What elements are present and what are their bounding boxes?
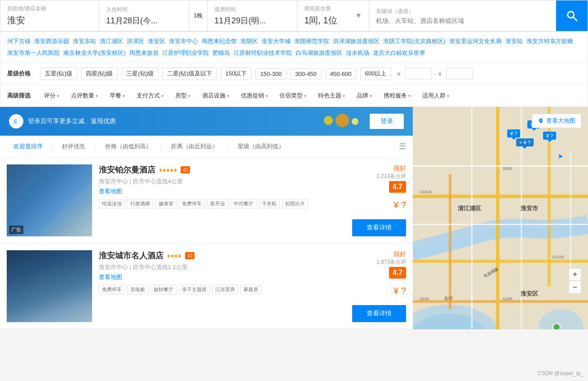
advanced-filter-option[interactable]: 适用人群 ▾ [417,89,455,102]
location-tag[interactable]: 淮安市第一人民医院 [7,49,60,57]
checkin-value: 11月28日(今... [106,15,182,26]
location-tag[interactable]: 江苏护理职业学院 [162,49,209,57]
left-panel: C 登录后可享更多立减、返现优惠 登录 欢迎度排序 | 好评优先 | 价格（由低… [0,107,413,329]
star-price-option[interactable]: 四星(钻)级 [81,67,118,80]
sort-welcome[interactable]: 欢迎度排序 [7,140,49,153]
hotel-map-link[interactable]: 查看地图 [99,187,345,195]
zoom-in-button[interactable]: + [569,268,581,281]
hotel-location: 淮安市中心 | 距市中心直线4公里 [99,177,345,186]
destination-field[interactable]: 目的地/酒店名称 淮安 [0,0,99,31]
price-pin-1[interactable]: ¥ ? [507,129,520,137]
location-tag[interactable]: 淮安方特东方欲晓 [526,37,573,45]
advanced-filter-option[interactable]: 特色主题 ▾ [313,89,350,102]
svg-text:和平: 和平 [444,296,453,301]
amenity-tag: 恒温泳池 [99,199,125,208]
checkout-label: 退房时间 [214,6,290,13]
star-price-option[interactable]: 五星(钻)级 [40,67,77,80]
checkout-field[interactable]: 退房时间 11月29日(明... [208,0,297,31]
sort-distance[interactable]: 距离（由近到远） [164,140,225,153]
price-range-input: ¥ - ¥ [397,68,473,80]
sort-bar: 欢迎度排序 | 好评优先 | 价格（由低到高） | 距离（由近到远） | 星级（… [0,136,413,158]
login-button[interactable]: 登录 [370,114,404,129]
hotel-name-row: 淮安铂尔曼酒店 ♦♦♦♦♦ 🏷 [99,164,345,175]
advanced-filter-option[interactable]: 品牌 ▾ [351,89,377,102]
location-tag[interactable]: 洪泽湖旅游度假区 [333,37,380,45]
svg-text:S429: S429 [503,166,512,171]
advanced-filter-option[interactable]: 酒店设施 ▾ [197,89,234,102]
svg-text:淮安市: 淮安市 [521,205,539,212]
location-tag[interactable]: 白马湖旅游度假区 [296,49,342,57]
advanced-filter-option[interactable]: 评分 ▾ [39,89,65,102]
dropdown-arrow-icon: ▾ [96,93,98,98]
advanced-filter-option[interactable]: 住宿类型 ▾ [274,89,312,102]
location-tag[interactable]: 淮阴师范学院 [294,37,329,45]
map-navigate-icon[interactable]: ➤ [557,152,563,160]
svg-line-1 [574,18,577,21]
location-tag[interactable]: 淮安大学城 [261,37,291,45]
advanced-filter-option[interactable]: 点评数量 ▾ [66,89,103,102]
location-tag[interactable]: 洪泽区 [127,37,144,45]
search-button[interactable] [556,0,588,31]
sort-price[interactable]: 价格（由低到高） [98,140,159,153]
search-bar: 目的地/酒店名称 淮安 入住时间 11月28日(今... 1晚 退房时间 11月… [0,0,588,31]
hotel-stars: ♦♦♦♦ [167,252,181,259]
checkin-field[interactable]: 入住时间 11月28日(今... [99,0,189,31]
svg-text:G1516: G1516 [420,190,432,194]
hotel-badge: 🏷 [181,166,190,173]
advanced-filter-option[interactable]: 早餐 ▾ [104,89,130,102]
star-price-option[interactable]: 三星(钻)级 [121,67,159,80]
sort-rating[interactable]: 好评优先 [55,140,92,153]
advanced-filter-option[interactable]: 支付方式 ▾ [131,89,169,102]
keyword-input[interactable] [376,17,549,24]
hotel-rating-section: 很好 1,213条点评 4.7 [376,164,406,193]
star-price-option[interactable]: 450-600 [325,68,357,80]
location-tag[interactable]: 淮安东站 [73,37,96,45]
hotel-rating-text: 很好 [393,164,406,172]
advanced-filter-option[interactable]: 房型 ▾ [170,89,196,102]
location-tag[interactable]: 淮安市中心 [169,37,198,45]
zoom-out-button[interactable]: − [569,281,581,293]
location-tag[interactable]: 周恩来故居 [129,49,159,57]
rooms-field[interactable]: 房间及住客 1间, 1位 ▼ [297,0,369,31]
location-tag[interactable]: 涟水机场 [346,49,369,57]
amenity-tag: 免费停车 [179,199,205,208]
star-price-option[interactable]: 150以下 [221,67,252,80]
location-tag[interactable]: 周恩来纪念馆 [202,37,237,45]
star-price-option[interactable]: 600以上 [360,67,392,80]
sort-star[interactable]: 星级（由高到低） [231,140,291,153]
star-price-option[interactable]: 二星(钻)级及以下 [162,67,217,80]
location-tag[interactable]: 清江浦区 [100,37,123,45]
star-price-option[interactable]: 150-300 [255,68,287,80]
hotel-detail-button[interactable]: 查看详情 [352,219,406,236]
hotel-image-bg: 广告 [7,164,92,236]
price-from-input[interactable] [405,68,432,80]
svg-rect-11 [496,107,500,329]
location-tag[interactable]: 龙宫大白鲸欢乐世界 [373,49,425,57]
location-tag[interactable]: 淮安区 [148,37,165,45]
keyword-field[interactable]: 关键词（选填） [369,0,556,31]
hotel-map-link[interactable]: 查看地图 [99,273,345,281]
nights-field: 1晚 [189,0,208,31]
sort-menu-icon[interactable]: ☰ [399,142,406,151]
price-to-input[interactable] [446,68,473,80]
star-price-option[interactable]: 300-450 [290,68,322,80]
location-tag[interactable]: 淮安西游乐园 [34,37,69,45]
view-large-map-button[interactable]: 查看大地图 [532,114,581,128]
price-pin-3[interactable]: + ¥ ? [516,138,534,146]
location-tag[interactable]: 江苏财经职业技术学院 [234,49,292,57]
amenity-tag: 家庭房 [240,285,261,294]
location-tag[interactable]: 南京林业大学(淮安校区) [63,49,126,57]
price-pin-4[interactable]: ¥ ? [543,132,556,140]
dropdown-arrow-icon: ▾ [123,93,125,98]
location-tag[interactable]: 淮安里运河文化长廊 [449,37,502,45]
location-tag[interactable]: 河下古镇 [7,37,31,45]
hotel-detail-button[interactable]: 查看详情 [352,305,406,322]
location-tag[interactable]: 肥猫岛 [212,49,230,57]
advanced-filter-option[interactable]: 携程服务 ▾ [378,89,416,102]
svg-text:G205: G205 [503,297,513,301]
location-tag[interactable]: 淮阴工学院(北京路校区) [383,37,446,45]
location-tag[interactable]: 淮安站 [505,37,523,45]
svg-text:C: C [14,119,17,124]
advanced-filter-option[interactable]: 优惠促销 ▾ [235,89,273,102]
location-tag[interactable]: 淮阴区 [240,37,258,45]
